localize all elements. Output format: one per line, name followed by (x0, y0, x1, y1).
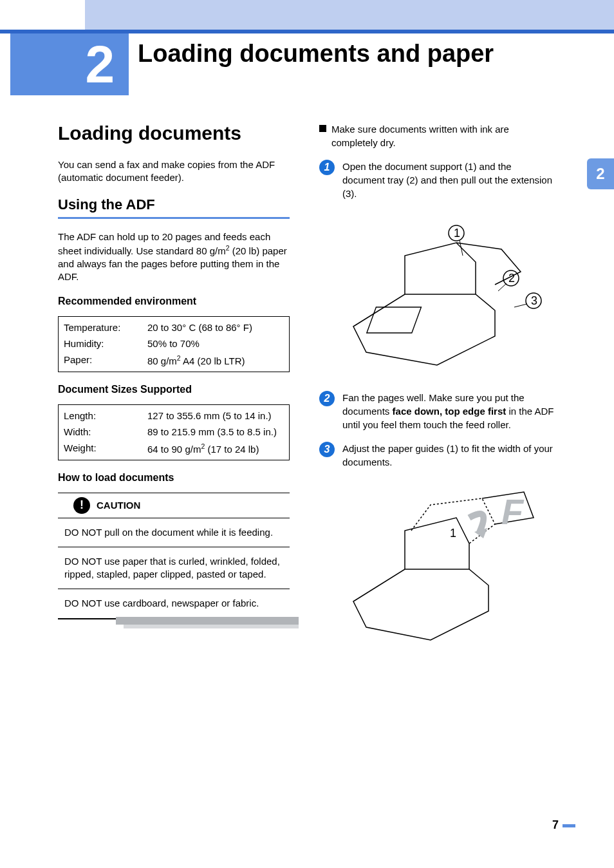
caution-item: DO NOT pull on the document while it is … (58, 518, 290, 547)
step-text: Fan the pages well. Make sure you put th… (342, 391, 555, 431)
table-row: Length: 127 to 355.6 mm (5 to 14 in.) (64, 410, 284, 421)
svg-text:F: F (501, 491, 525, 532)
caution-item: DO NOT use cardboard, newspaper or fabri… (58, 589, 290, 619)
env-label: Temperature: (64, 322, 147, 333)
caution-label: CAUTION (97, 500, 140, 511)
bullet-text: Make sure documents written with ink are… (331, 122, 555, 149)
step-number-icon: 1 (319, 160, 335, 175)
diagram-2: F 1 (319, 479, 555, 646)
intro-text: You can send a fax and make copies from … (58, 158, 290, 185)
page-number-dash-icon (563, 824, 575, 827)
table-row: Paper: 80 g/m2 A4 (20 lb LTR) (64, 354, 284, 366)
env-heading: Recommended environment (58, 296, 290, 307)
sizes-heading: Document Sizes Supported (58, 384, 290, 395)
svg-text:1: 1 (450, 527, 456, 540)
section-heading: Loading documents (58, 122, 290, 144)
page-number: 7 (552, 818, 575, 832)
fax-diagram-2: F 1 (334, 479, 540, 646)
side-tab: 2 (587, 158, 614, 189)
step-text: Adjust the paper guides (1) to fit the w… (342, 442, 555, 469)
svg-text:3: 3 (531, 294, 537, 307)
chapter-title: Loading documents and paper (138, 40, 494, 68)
sizes-value: 127 to 355.6 mm (5 to 14 in.) (147, 410, 272, 421)
sizes-value: 89 to 215.9 mm (3.5 to 8.5 in.) (147, 426, 277, 437)
right-column: Make sure documents written with ink are… (319, 122, 555, 666)
table-row: Weight: 64 to 90 g/m2 (17 to 24 lb) (64, 442, 284, 455)
top-bar (0, 0, 614, 33)
env-value: 20 to 30° C (68 to 86° F) (147, 322, 252, 333)
svg-line-8 (498, 283, 507, 291)
env-value: 50% to 70% (147, 338, 200, 349)
caution-item: DO NOT use paper that is curled, wrinkle… (58, 547, 290, 590)
diagram-1: 1 2 3 (319, 211, 555, 372)
step-number-icon: 3 (319, 442, 335, 457)
svg-text:1: 1 (454, 227, 460, 240)
table-row: Temperature: 20 to 30° C (68 to 86° F) (64, 322, 284, 333)
adf-text: The ADF can hold up to 20 pages and feed… (58, 231, 290, 284)
svg-line-9 (514, 304, 527, 307)
bullet-icon (319, 125, 326, 132)
svg-text:2: 2 (508, 272, 515, 285)
step-number-icon: 2 (319, 391, 335, 406)
env-label: Paper: (64, 354, 147, 366)
column-shadow (116, 617, 299, 628)
caution-icon: ! (73, 497, 90, 514)
sizes-value: 64 to 90 g/m2 (17 to 24 lb) (147, 442, 259, 455)
step-text: Open the document support (1) and the do… (342, 160, 555, 200)
howto-heading: How to load documents (58, 472, 290, 484)
fax-diagram-1: 1 2 3 (328, 211, 546, 372)
step-3: 3 Adjust the paper guides (1) to fit the… (319, 442, 555, 469)
caution-header: ! CAUTION (58, 493, 290, 518)
sizes-label: Weight: (64, 442, 147, 455)
left-column: Loading documents You can send a fax and… (58, 122, 290, 619)
bullet-item: Make sure documents written with ink are… (319, 122, 555, 149)
env-label: Humidity: (64, 338, 147, 349)
caution-box: ! CAUTION DO NOT pull on the document wh… (58, 493, 290, 619)
step-1: 1 Open the document support (1) and the … (319, 160, 555, 200)
subsection-heading: Using the ADF (58, 196, 290, 219)
chapter-number-box: 2 (10, 33, 129, 95)
sizes-label: Length: (64, 410, 147, 421)
env-table: Temperature: 20 to 30° C (68 to 86° F) H… (58, 316, 290, 372)
env-value: 80 g/m2 A4 (20 lb LTR) (147, 354, 245, 366)
sizes-table: Length: 127 to 355.6 mm (5 to 14 in.) Wi… (58, 404, 290, 460)
svg-line-7 (460, 240, 463, 256)
step-2: 2 Fan the pages well. Make sure you put … (319, 391, 555, 431)
sizes-label: Width: (64, 426, 147, 437)
table-row: Humidity: 50% to 70% (64, 338, 284, 349)
table-row: Width: 89 to 215.9 mm (3.5 to 8.5 in.) (64, 426, 284, 437)
svg-rect-0 (367, 307, 422, 333)
content-area: Loading documents You can send a fax and… (58, 122, 575, 810)
